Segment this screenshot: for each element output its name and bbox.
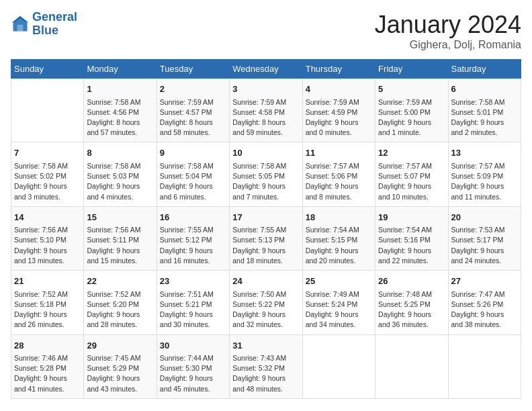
day-info: Sunrise: 7:56 AM Sunset: 5:11 PM Dayligh… [87, 225, 153, 266]
calendar-cell: 21Sunrise: 7:52 AM Sunset: 5:18 PM Dayli… [11, 271, 84, 334]
calendar-cell: 2Sunrise: 7:59 AM Sunset: 4:57 PM Daylig… [157, 79, 229, 142]
calendar-cell: 17Sunrise: 7:55 AM Sunset: 5:13 PM Dayli… [230, 206, 302, 270]
day-number: 6 [451, 83, 518, 96]
calendar-cell: 16Sunrise: 7:55 AM Sunset: 5:12 PM Dayli… [157, 206, 229, 270]
day-info: Sunrise: 7:57 AM Sunset: 5:06 PM Dayligh… [306, 161, 372, 202]
calendar-cell: 5Sunrise: 7:59 AM Sunset: 5:00 PM Daylig… [375, 79, 448, 142]
day-info: Sunrise: 7:58 AM Sunset: 4:56 PM Dayligh… [87, 97, 153, 138]
title-block: January 2024 Gighera, Dolj, Romania [375, 11, 521, 51]
day-info: Sunrise: 7:58 AM Sunset: 5:02 PM Dayligh… [14, 161, 81, 202]
calendar-week-row: 14Sunrise: 7:56 AM Sunset: 5:10 PM Dayli… [11, 206, 521, 270]
month-title: January 2024 [375, 11, 521, 39]
logo-text: GeneralBlue [32, 11, 77, 38]
calendar-cell: 27Sunrise: 7:47 AM Sunset: 5:26 PM Dayli… [448, 271, 521, 334]
calendar-week-row: 7Sunrise: 7:58 AM Sunset: 5:02 PM Daylig… [11, 142, 521, 206]
day-number: 24 [232, 275, 299, 288]
day-info: Sunrise: 7:56 AM Sunset: 5:10 PM Dayligh… [14, 225, 81, 266]
calendar-cell [448, 334, 521, 398]
calendar-cell: 28Sunrise: 7:46 AM Sunset: 5:28 PM Dayli… [11, 334, 84, 398]
day-info: Sunrise: 7:49 AM Sunset: 5:24 PM Dayligh… [306, 289, 372, 330]
header-row: SundayMondayTuesdayWednesdayThursdayFrid… [11, 60, 521, 79]
weekday-header: Tuesday [157, 60, 229, 79]
day-number: 21 [14, 275, 81, 288]
day-info: Sunrise: 7:57 AM Sunset: 5:09 PM Dayligh… [451, 161, 518, 202]
day-number: 31 [232, 339, 299, 353]
day-number: 10 [232, 146, 299, 160]
day-number: 25 [306, 275, 372, 288]
calendar-cell: 9Sunrise: 7:58 AM Sunset: 5:04 PM Daylig… [157, 142, 229, 206]
day-info: Sunrise: 7:52 AM Sunset: 5:18 PM Dayligh… [14, 289, 81, 330]
page-header: GeneralBlue January 2024 Gighera, Dolj, … [11, 11, 521, 51]
day-number: 8 [87, 146, 153, 160]
day-info: Sunrise: 7:52 AM Sunset: 5:20 PM Dayligh… [87, 289, 153, 330]
day-number: 20 [451, 211, 518, 224]
calendar-cell: 4Sunrise: 7:59 AM Sunset: 4:59 PM Daylig… [302, 79, 375, 142]
day-number: 3 [232, 83, 299, 96]
calendar-cell: 13Sunrise: 7:57 AM Sunset: 5:09 PM Dayli… [448, 142, 521, 206]
day-info: Sunrise: 7:58 AM Sunset: 5:01 PM Dayligh… [451, 97, 518, 138]
calendar-cell: 14Sunrise: 7:56 AM Sunset: 5:10 PM Dayli… [11, 206, 84, 270]
calendar-cell: 29Sunrise: 7:45 AM Sunset: 5:29 PM Dayli… [84, 334, 157, 398]
calendar-cell: 7Sunrise: 7:58 AM Sunset: 5:02 PM Daylig… [11, 142, 84, 206]
weekday-header: Thursday [302, 60, 375, 79]
day-number: 1 [87, 83, 153, 96]
calendar-cell: 12Sunrise: 7:57 AM Sunset: 5:07 PM Dayli… [375, 142, 448, 206]
calendar-cell: 20Sunrise: 7:53 AM Sunset: 5:17 PM Dayli… [448, 206, 521, 270]
calendar-cell [302, 334, 375, 398]
calendar-cell: 24Sunrise: 7:50 AM Sunset: 5:22 PM Dayli… [230, 271, 302, 334]
calendar-cell: 30Sunrise: 7:44 AM Sunset: 5:30 PM Dayli… [157, 334, 229, 398]
day-info: Sunrise: 7:51 AM Sunset: 5:21 PM Dayligh… [160, 289, 226, 330]
logo-icon [11, 15, 30, 34]
day-number: 19 [378, 211, 445, 224]
logo: GeneralBlue [11, 11, 77, 38]
day-number: 23 [160, 275, 226, 288]
location: Gighera, Dolj, Romania [375, 39, 521, 51]
day-number: 26 [378, 275, 445, 288]
day-number: 11 [306, 146, 372, 160]
day-number: 5 [378, 83, 445, 96]
calendar-cell: 6Sunrise: 7:58 AM Sunset: 5:01 PM Daylig… [448, 79, 521, 142]
day-number: 22 [87, 275, 153, 288]
calendar-cell: 3Sunrise: 7:59 AM Sunset: 4:58 PM Daylig… [230, 79, 302, 142]
day-number: 14 [14, 211, 81, 224]
calendar-table: SundayMondayTuesdayWednesdayThursdayFrid… [11, 59, 521, 399]
day-number: 28 [14, 339, 81, 353]
calendar-week-row: 28Sunrise: 7:46 AM Sunset: 5:28 PM Dayli… [11, 334, 521, 398]
day-info: Sunrise: 7:59 AM Sunset: 4:57 PM Dayligh… [160, 97, 226, 138]
day-info: Sunrise: 7:59 AM Sunset: 4:59 PM Dayligh… [306, 97, 372, 138]
day-number: 7 [14, 146, 81, 160]
calendar-cell: 18Sunrise: 7:54 AM Sunset: 5:15 PM Dayli… [302, 206, 375, 270]
day-info: Sunrise: 7:46 AM Sunset: 5:28 PM Dayligh… [14, 353, 81, 394]
calendar-cell [375, 334, 448, 398]
day-number: 29 [87, 339, 153, 353]
calendar-cell [11, 79, 84, 142]
calendar-cell: 26Sunrise: 7:48 AM Sunset: 5:25 PM Dayli… [375, 271, 448, 334]
weekday-header: Friday [375, 60, 448, 79]
calendar-cell: 22Sunrise: 7:52 AM Sunset: 5:20 PM Dayli… [84, 271, 157, 334]
day-number: 4 [306, 83, 372, 96]
day-number: 30 [160, 339, 226, 353]
day-info: Sunrise: 7:57 AM Sunset: 5:07 PM Dayligh… [378, 161, 445, 202]
calendar-cell: 11Sunrise: 7:57 AM Sunset: 5:06 PM Dayli… [302, 142, 375, 206]
calendar-cell: 15Sunrise: 7:56 AM Sunset: 5:11 PM Dayli… [84, 206, 157, 270]
weekday-header: Saturday [448, 60, 521, 79]
day-info: Sunrise: 7:54 AM Sunset: 5:16 PM Dayligh… [378, 225, 445, 266]
day-info: Sunrise: 7:45 AM Sunset: 5:29 PM Dayligh… [87, 353, 153, 394]
weekday-header: Monday [84, 60, 157, 79]
day-info: Sunrise: 7:55 AM Sunset: 5:13 PM Dayligh… [232, 225, 299, 266]
calendar-cell: 1Sunrise: 7:58 AM Sunset: 4:56 PM Daylig… [84, 79, 157, 142]
day-info: Sunrise: 7:59 AM Sunset: 5:00 PM Dayligh… [378, 97, 445, 138]
calendar-cell: 19Sunrise: 7:54 AM Sunset: 5:16 PM Dayli… [375, 206, 448, 270]
day-number: 2 [160, 83, 226, 96]
weekday-header: Wednesday [230, 60, 302, 79]
day-info: Sunrise: 7:50 AM Sunset: 5:22 PM Dayligh… [232, 289, 299, 330]
day-info: Sunrise: 7:53 AM Sunset: 5:17 PM Dayligh… [451, 225, 518, 266]
svg-rect-2 [17, 25, 24, 32]
day-info: Sunrise: 7:47 AM Sunset: 5:26 PM Dayligh… [451, 289, 518, 330]
day-info: Sunrise: 7:58 AM Sunset: 5:03 PM Dayligh… [87, 161, 153, 202]
day-number: 17 [232, 211, 299, 224]
weekday-header: Sunday [11, 60, 84, 79]
calendar-week-row: 1Sunrise: 7:58 AM Sunset: 4:56 PM Daylig… [11, 79, 521, 142]
calendar-cell: 8Sunrise: 7:58 AM Sunset: 5:03 PM Daylig… [84, 142, 157, 206]
day-info: Sunrise: 7:58 AM Sunset: 5:05 PM Dayligh… [232, 161, 299, 202]
